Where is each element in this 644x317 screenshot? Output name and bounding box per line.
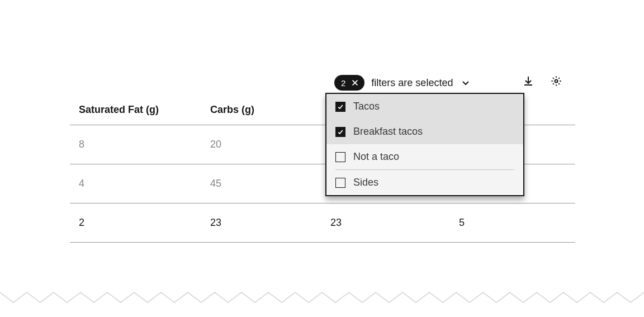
cell: 5 [450,204,575,243]
cell: 23 [201,204,321,243]
filter-option-label: Breakfast tacos [353,126,423,138]
col-header: Carbs (g) [201,104,321,125]
filter-count-pill[interactable]: 2 [334,75,364,91]
checkbox-icon[interactable] [335,102,345,112]
filter-count: 2 [341,78,345,88]
cell: 20 [201,125,321,164]
filter-option[interactable]: Breakfast tacos [326,119,523,144]
cell: 2 [70,204,201,243]
svg-point-4 [555,80,558,83]
filter-dropdown[interactable]: Tacos Breakfast tacos Not a taco Sides [325,93,524,196]
filter-option[interactable]: Tacos [326,94,523,119]
col-header: Saturated Fat (g) [70,104,201,125]
table-row: 2 23 23 5 [70,204,575,243]
filter-option[interactable]: Not a taco [326,144,523,169]
cell: 45 [201,164,321,204]
checkbox-icon[interactable] [335,152,345,162]
filter-option-label: Sides [353,177,378,188]
settings-gear-icon[interactable] [550,75,562,87]
checkbox-icon[interactable] [335,178,345,188]
chevron-down-icon[interactable] [460,77,472,89]
filter-option-label: Tacos [353,101,380,112]
cell: 23 [321,204,450,243]
cell: 8 [70,125,201,164]
filter-option[interactable]: Sides [326,170,523,195]
torn-edge-decoration [0,290,644,307]
download-icon[interactable] [522,75,534,87]
clear-filters-icon[interactable] [350,78,360,88]
checkbox-icon[interactable] [335,127,345,137]
filter-summary-text: filters are selected [371,77,453,89]
filter-option-label: Not a taco [353,151,399,163]
cell: 4 [70,164,201,204]
